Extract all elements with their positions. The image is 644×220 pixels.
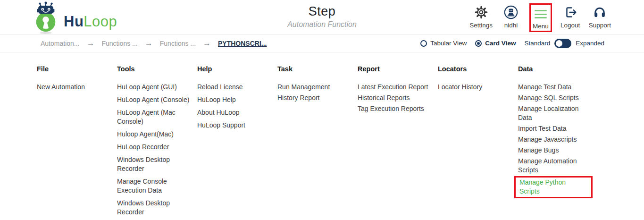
- menu-item-huloop-help[interactable]: HuLoop Help: [197, 95, 272, 104]
- menu-item-huloop-agent-gui[interactable]: HuLoop Agent (GUI): [117, 83, 192, 92]
- menu-item-huloop-agent-mac-console[interactable]: HuLoop Agent (Mac Console): [117, 108, 192, 126]
- menu-column-title: File: [37, 65, 111, 73]
- menu-column-file: File New Automation: [37, 65, 111, 220]
- menu-item-manage-javascripts[interactable]: Manage Javascripts: [518, 135, 593, 144]
- menu-column-title: Locators: [438, 65, 512, 73]
- menu-column-locators: Locators Locator History: [438, 65, 512, 220]
- breadcrumb: Automation... → Functions ... → Function…: [41, 39, 267, 48]
- brand-hu: Hu: [64, 13, 84, 30]
- card-view-radio[interactable]: Card View: [475, 40, 516, 47]
- logout-button[interactable]: Logout: [560, 4, 581, 29]
- menu-item-huloop-agent-console[interactable]: HuLoop Agent (Console): [117, 95, 192, 104]
- settings-label: Settings: [469, 22, 493, 29]
- breadcrumb-arrow-icon: →: [145, 39, 153, 48]
- menu-item-import-test-data[interactable]: Import Test Data: [518, 124, 593, 133]
- robot-logo-icon: [32, 1, 59, 36]
- menu-item-manage-python-scripts[interactable]: Manage Python Scripts: [514, 176, 593, 198]
- menu-column-title: Data: [518, 65, 593, 73]
- breadcrumb-item-current[interactable]: PYTHONSCRI...: [218, 40, 267, 47]
- menu-column-tools: Tools HuLoop Agent (GUI) HuLoop Agent (C…: [117, 65, 192, 220]
- breadcrumb-item-automation[interactable]: Automation...: [41, 40, 80, 47]
- menu-item-manage-console-execution-data[interactable]: Manage Console Execution Data: [117, 177, 192, 195]
- menu-column-help: Help Reload License HuLoop Help About Hu…: [197, 65, 272, 220]
- menu-column-report: Report Latest Execution Report Historica…: [358, 65, 432, 220]
- breadcrumb-item-functions-1[interactable]: Functions ...: [102, 40, 138, 47]
- menu-item-run-management[interactable]: Run Management: [277, 83, 352, 92]
- breadcrumb-bar: Automation... → Functions ... → Function…: [0, 34, 644, 52]
- menu-item-huloop-recorder[interactable]: HuLoop Recorder: [117, 143, 192, 152]
- menu-column-title: Help: [197, 65, 272, 73]
- menu-button[interactable]: Menu: [529, 3, 552, 32]
- menu-label: Menu: [533, 23, 549, 30]
- standard-expanded-toggle[interactable]: [554, 39, 571, 48]
- support-label: Support: [589, 22, 611, 29]
- user-profile-button[interactable]: nidhi: [501, 4, 521, 29]
- menu-item-latest-execution-report[interactable]: Latest Execution Report: [358, 83, 432, 92]
- app-header: HuLoop Step Automation Function: [0, 0, 644, 34]
- username-label: nidhi: [504, 22, 518, 29]
- logout-label: Logout: [560, 22, 580, 29]
- menu-item-historical-reports[interactable]: Historical Reports: [358, 93, 432, 102]
- standard-label: Standard: [524, 40, 550, 47]
- header-actions: Settings nidhi Menu: [469, 4, 611, 32]
- menu-column-title: Task: [277, 65, 352, 73]
- menu-column-data: Data Manage Test Data Manage SQL Scripts…: [518, 65, 593, 220]
- huloop-logo[interactable]: HuLoop: [32, 1, 117, 36]
- menu-column-title: Tools: [117, 65, 192, 73]
- menu-item-history-report[interactable]: History Report: [277, 93, 352, 102]
- breadcrumb-arrow-icon: →: [203, 39, 211, 48]
- view-controls: Tabular View Card View Standard Expanded: [420, 39, 604, 48]
- hamburger-icon: [535, 5, 547, 21]
- menu-item-windows-desktop-recorder-1[interactable]: Windows Desktop Recorder: [117, 155, 192, 173]
- menu-item-manage-automation-scripts[interactable]: Manage Automation Scripts: [518, 157, 593, 175]
- logout-icon: [563, 4, 578, 20]
- settings-button[interactable]: Settings: [469, 4, 493, 29]
- radio-selected-icon: [475, 40, 482, 47]
- menu-column-title: Report: [358, 65, 432, 73]
- radio-unselected-icon: [420, 40, 427, 47]
- menu-item-huloop-agent-mac[interactable]: Huloop Agent(Mac): [117, 130, 192, 139]
- menu-item-huloop-support[interactable]: HuLoop Support: [197, 121, 272, 130]
- menu-item-reload-license[interactable]: Reload License: [197, 83, 272, 92]
- menu-item-locator-history[interactable]: Locator History: [438, 83, 512, 92]
- headset-icon: [592, 4, 607, 20]
- brand-wordmark: HuLoop: [64, 13, 117, 30]
- card-view-label: Card View: [485, 40, 516, 47]
- brand-loop: Loop: [84, 13, 117, 30]
- gear-icon: [474, 4, 488, 20]
- breadcrumb-item-functions-2[interactable]: Functions ...: [160, 40, 196, 47]
- menu-item-manage-localization-data[interactable]: Manage Localization Data: [518, 104, 593, 122]
- expanded-label: Expanded: [576, 40, 604, 47]
- menu-column-task: Task Run Management History Report: [277, 65, 352, 220]
- tabular-view-radio[interactable]: Tabular View: [420, 40, 467, 47]
- tabular-view-label: Tabular View: [430, 40, 467, 47]
- menu-item-manage-test-data[interactable]: Manage Test Data: [518, 83, 593, 92]
- menu-item-tag-execution-reports[interactable]: Tag Execution Reports: [358, 104, 432, 113]
- support-button[interactable]: Support: [589, 4, 611, 29]
- menu-item-manage-bugs[interactable]: Manage Bugs: [518, 146, 593, 155]
- menu-item-windows-desktop-recorder-2[interactable]: Windows Desktop Recorder: [117, 199, 192, 217]
- menu-item-manage-sql-scripts[interactable]: Manage SQL Scripts: [518, 93, 593, 102]
- breadcrumb-arrow-icon: →: [87, 39, 95, 48]
- menu-item-about-huloop[interactable]: About HuLoop: [197, 108, 272, 117]
- user-avatar-icon: [503, 4, 519, 20]
- view-mode-toggle-group: Standard Expanded: [524, 39, 604, 48]
- mega-menu: File New Automation Tools HuLoop Agent (…: [0, 52, 644, 220]
- menu-item-new-automation[interactable]: New Automation: [37, 83, 111, 92]
